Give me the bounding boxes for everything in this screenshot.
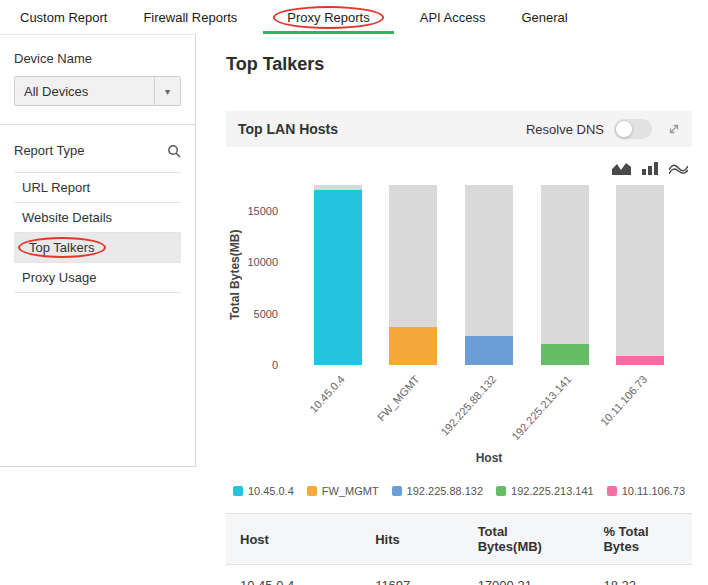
y-axis-ticks: 050001000015000 [244,185,286,365]
device-select-value: All Devices [15,77,154,105]
top-lan-hosts-header: Top LAN Hosts Resolve DNS [226,111,692,147]
tab-firewall-reports[interactable]: Firewall Reports [143,0,237,34]
sidebar-item-label: URL Report [22,180,90,195]
resolve-dns-label: Resolve DNS [526,122,604,137]
sidebar-item-label: Website Details [22,210,112,225]
content-area: Device Name All Devices ▾ Report Type UR… [0,34,708,585]
top-talkers-table: Host Hits Total Bytes(MB) % Total Bytes … [226,513,692,585]
legend-item[interactable]: 192.225.88.132 [392,485,483,497]
device-name-label: Device Name [14,51,181,66]
bar-group[interactable]: FW_MGMT [389,185,437,365]
tab-label: Custom Report [20,10,107,25]
legend-label: FW_MGMT [322,485,379,497]
legend-label: 10.11.106.73 [622,485,685,497]
x-axis-label: 10.11.106.73 [598,373,649,428]
resolve-dns-toggle[interactable] [614,119,652,139]
tab-api-access[interactable]: API Access [420,0,486,34]
sidebar-item-label: Proxy Usage [22,270,96,285]
page-title: Top Talkers [226,54,692,75]
bar-value[interactable] [541,344,589,365]
x-axis-label: 10.45.0.4 [307,373,347,415]
x-axis-label: FW_MGMT [375,373,422,423]
tab-label: API Access [420,10,486,25]
tab-label: Proxy Reports [287,10,369,25]
y-tick-label: 10000 [247,256,278,268]
bar-track [541,185,589,365]
legend-item[interactable]: 10.11.106.73 [607,485,685,497]
col-header-host[interactable]: Host [226,514,361,565]
col-header-total-bytes[interactable]: Total Bytes(MB) [464,514,590,565]
legend-swatch [307,486,317,496]
sidebar-item-url-report[interactable]: URL Report [14,173,181,203]
red-annotation-oval: Proxy Reports [273,6,383,29]
legend-label: 192.225.88.132 [407,485,483,497]
line-chart-icon[interactable] [669,161,688,175]
chart-type-switcher [226,161,688,175]
report-type-label: Report Type [14,143,85,158]
y-tick-label: 5000 [254,308,278,320]
chevron-down-icon: ▾ [154,77,180,105]
y-axis-title: Total Bytes(MB) [226,185,244,365]
search-icon[interactable] [167,144,181,158]
sidebar-item-proxy-usage[interactable]: Proxy Usage [14,263,181,293]
sidebar-divider [0,124,195,125]
y-tick-label: 0 [272,359,278,371]
toggle-knob [615,120,633,138]
sidebar-item-label: Top Talkers [29,240,95,255]
table-header-row: Host Hits Total Bytes(MB) % Total Bytes [226,514,692,565]
legend-label: 10.45.0.4 [248,485,294,497]
bar-chart-icon[interactable] [641,161,659,175]
chart-plot: 10.45.0.4FW_MGMT192.225.88.132192.225.21… [286,185,692,365]
tab-label: Firewall Reports [143,10,237,25]
bar-value[interactable] [616,356,664,365]
col-header-hits[interactable]: Hits [361,514,464,565]
x-axis-label: 192.225.213.141 [509,373,573,442]
legend-item[interactable]: 192.225.213.141 [496,485,594,497]
table-row: 10.45.0.4 11697 17000.21 18.22 [226,565,692,585]
sidebar: Device Name All Devices ▾ Report Type UR… [0,34,196,467]
total-bytes-cell: 17000.21 [464,565,590,585]
legend-item[interactable]: FW_MGMT [307,485,379,497]
top-nav: Custom Report Firewall Reports Proxy Rep… [0,0,708,34]
bar-group[interactable]: 10.11.106.73 [616,185,664,365]
tab-custom-report[interactable]: Custom Report [20,0,107,34]
legend-swatch [392,486,402,496]
red-annotation-oval: Top Talkers [18,237,106,258]
tab-general[interactable]: General [521,0,567,34]
panel-title: Top LAN Hosts [238,121,338,137]
legend-swatch [233,486,243,496]
col-header-pct-total-bytes[interactable]: % Total Bytes [589,514,692,565]
pct-total-bytes-cell: 18.22 [589,565,692,585]
legend-swatch [607,486,617,496]
x-axis-label: 192.225.88.132 [438,373,498,438]
expand-icon[interactable] [668,123,680,135]
hits-cell: 11697 [361,565,464,585]
chart-legend: 10.45.0.4FW_MGMT192.225.88.132192.225.21… [226,485,692,497]
tab-label: General [521,10,567,25]
bar-group[interactable]: 10.45.0.4 [314,185,362,365]
bar-chart: Total Bytes(MB) 050001000015000 10.45.0.… [226,185,692,365]
sidebar-item-website-details[interactable]: Website Details [14,203,181,233]
report-type-list: URL Report Website Details Top Talkers P… [14,172,181,293]
bar-value[interactable] [314,190,362,365]
app-window: Custom Report Firewall Reports Proxy Rep… [0,0,708,585]
x-axis-title: Host [286,451,692,465]
sidebar-item-top-talkers[interactable]: Top Talkers [14,233,181,263]
bar-value[interactable] [389,327,437,365]
tab-proxy-reports[interactable]: Proxy Reports [273,0,383,34]
area-chart-icon[interactable] [612,161,631,175]
y-tick-label: 15000 [247,205,278,217]
bar-group[interactable]: 192.225.213.141 [541,185,589,365]
legend-item[interactable]: 10.45.0.4 [233,485,294,497]
bar-group[interactable]: 192.225.88.132 [465,185,513,365]
main-panel: Top Talkers Top LAN Hosts Resolve DNS [196,34,708,585]
device-select[interactable]: All Devices ▾ [14,76,181,106]
host-cell-link[interactable]: 10.45.0.4 [226,565,361,585]
bar-value[interactable] [465,336,513,365]
bar-track [616,185,664,365]
legend-label: 192.225.213.141 [511,485,594,497]
legend-swatch [496,486,506,496]
